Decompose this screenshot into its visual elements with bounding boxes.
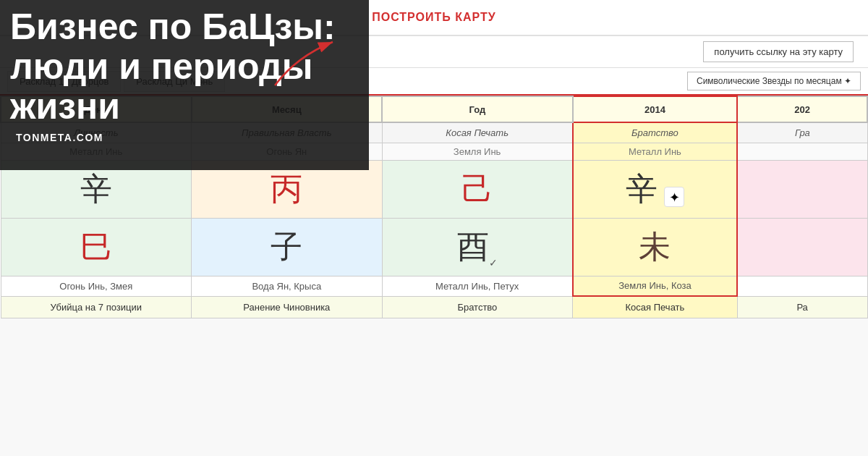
cell-2020-star: Ра (737, 296, 867, 318)
cell-2014-label: Братство (573, 122, 738, 143)
cell-2020-label: Гра (737, 122, 867, 143)
table-row: Убийца на 7 позиции Ранение Чиновника Бр… (1, 296, 867, 318)
cell-month-element-desc: Вода Ян, Крыса (192, 276, 383, 296)
star-sparkle-icon: ✦ (664, 187, 684, 207)
build-map-button[interactable]: ПОСТРОИТЬ КАРТУ (372, 11, 496, 24)
cell-2020-element (737, 143, 867, 160)
brand-label: TONMETA.COM (16, 132, 103, 143)
cell-year-label: Косая Печать (382, 122, 573, 143)
cell-month-earthly: 子 (192, 218, 383, 276)
cell-year-earthly: 酉✓ (382, 218, 573, 276)
table-row: Огонь Инь, Змея Вода Ян, Крыса Металл Ин… (1, 276, 867, 296)
cell-2014-heavenly: 辛 ✦ (573, 160, 738, 218)
header-2014: 2014 (573, 96, 738, 122)
checkmark-icon: ✓ (489, 257, 498, 269)
cell-2014-element: Металл Инь (573, 143, 738, 160)
cell-day-star: Убийца на 7 позиции (1, 296, 192, 318)
cell-2020-earthly (737, 218, 867, 276)
cell-2020-heavenly (737, 160, 867, 218)
table-row: 巳 子 酉✓ 未 (1, 218, 867, 276)
stars-dropdown[interactable]: Символические Звезды по месяцам ✦ (687, 72, 861, 90)
page-title: Бизнес по БаЦзы: люди и периоды жизни (10, 7, 365, 127)
cell-day-element-desc: Огонь Инь, Змея (1, 276, 192, 296)
cell-2014-star: Косая Печать (573, 296, 738, 318)
cell-year-heavenly: 己 (382, 160, 573, 218)
cell-2014-element-desc: Земля Инь, Коза (573, 276, 738, 296)
cell-day-earthly: 巳 (1, 218, 192, 276)
cell-year-star: Братство (382, 296, 573, 318)
cell-year-element: Земля Инь (382, 143, 573, 160)
header-2020: 202 (737, 96, 867, 122)
cell-year-element-desc: Металл Инь, Петух (382, 276, 573, 296)
cell-2020-element-desc (737, 276, 867, 296)
cell-2014-earthly: 未 (573, 218, 738, 276)
cell-month-star: Ранение Чиновника (192, 296, 383, 318)
header-year: Год (382, 96, 573, 122)
share-link-button[interactable]: получить ссылку на эту карту (703, 41, 854, 62)
